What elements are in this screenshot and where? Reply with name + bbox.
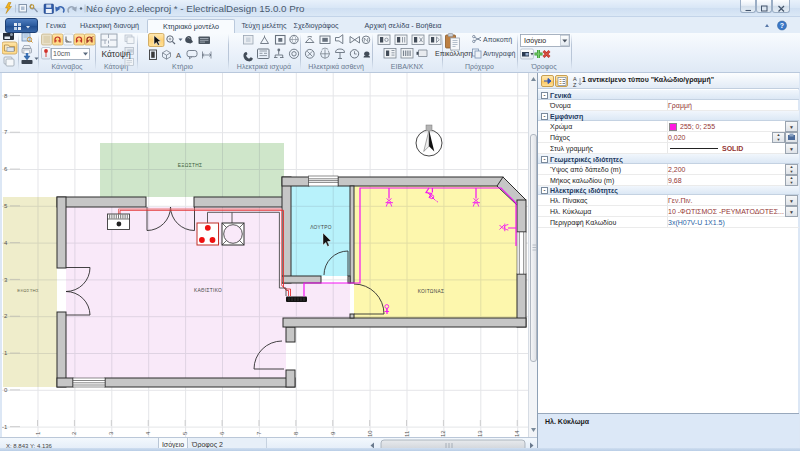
svg-text:12: 12 — [440, 430, 446, 437]
svg-text:13: 13 — [477, 430, 483, 437]
svg-text:ΛΟΥΤΡΟ: ΛΟΥΤΡΟ — [310, 225, 332, 230]
svg-text:ΚΟΙΤΩΝΑΣ: ΚΟΙΤΩΝΑΣ — [418, 289, 445, 294]
svg-text:?: ? — [780, 22, 784, 29]
svg-text:A: A — [176, 51, 181, 60]
svg-text:10: 10 — [367, 430, 373, 437]
svg-text:ΕΞΩΣΤΗΣ: ΕΞΩΣΤΗΣ — [178, 163, 202, 168]
svg-text:11: 11 — [404, 430, 410, 437]
svg-text:ΚΑΘΙΣΤΙΚΟ: ΚΑΘΙΣΤΙΚΟ — [194, 288, 222, 293]
svg-text:ΕΞΩΣΤΗΣ: ΕΞΩΣΤΗΣ — [17, 288, 39, 293]
svg-text:Z: Z — [573, 82, 577, 88]
svg-text:-1: -1 — [2, 424, 8, 430]
svg-text:14: 14 — [514, 430, 520, 437]
